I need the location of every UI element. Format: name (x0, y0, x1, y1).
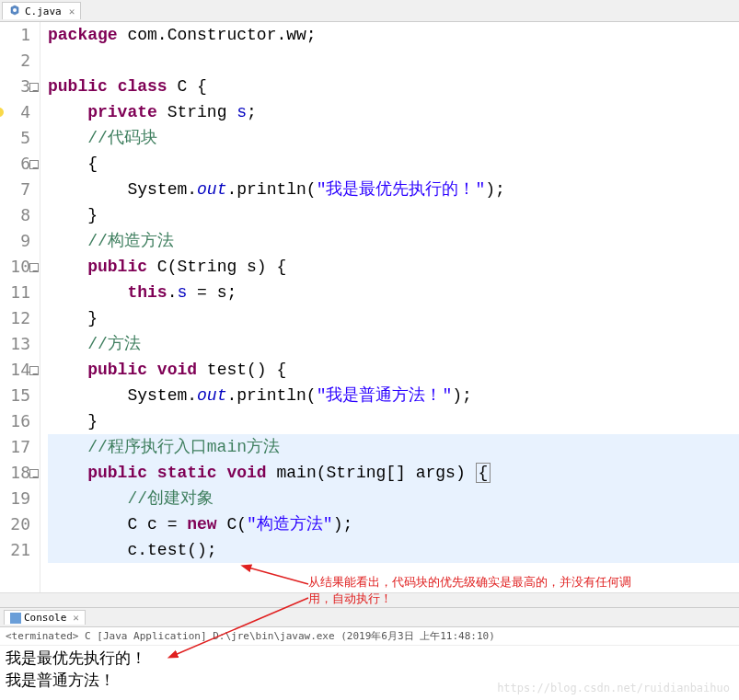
code-line: package com.Constructor.ww; (48, 22, 739, 48)
line-number: 7 (0, 177, 30, 202)
code-line: System.out.println("我是最优先执行的！"); (48, 177, 739, 202)
fold-toggle[interactable]: 6 (0, 151, 30, 177)
line-number: 21 (0, 537, 30, 563)
line-number: 11 (0, 280, 30, 305)
code-line (48, 48, 739, 74)
warning-marker[interactable]: 4 (0, 99, 30, 125)
console-tab-label: Console (24, 612, 66, 624)
code-content[interactable]: package com.Constructor.ww; public class… (40, 22, 739, 592)
code-line: public static void main(String[] args) { (48, 460, 739, 486)
line-number: 19 (0, 486, 30, 511)
line-number: 17 (0, 434, 30, 460)
console-line: 我是最优先执行的！ (6, 648, 733, 670)
code-line: //创建对象 (48, 486, 739, 511)
fold-toggle[interactable]: 14 (0, 357, 30, 383)
console-icon (10, 613, 21, 624)
bracket-match: { (476, 463, 491, 483)
code-line: //构造方法 (48, 228, 739, 254)
code-line: //方法 (48, 331, 739, 357)
code-line: public C(String s) { (48, 254, 739, 280)
console-tab[interactable]: Console ✕ (4, 610, 86, 625)
close-icon[interactable]: ✕ (69, 6, 75, 17)
close-icon[interactable]: ✕ (73, 612, 79, 624)
line-number: 20 (0, 511, 30, 537)
line-number: 12 (0, 305, 30, 331)
tab-filename: C.java (25, 6, 62, 17)
line-number: 2 (0, 48, 30, 74)
code-line: this.s = s; (48, 280, 739, 305)
fold-toggle[interactable]: 3 (0, 74, 30, 99)
code-line: } (48, 305, 739, 331)
code-line: } (48, 408, 739, 434)
fold-toggle[interactable]: 18 (0, 460, 30, 486)
code-line: public void test() { (48, 357, 739, 383)
code-line: //程序执行入口main方法 (48, 434, 739, 460)
line-number-gutter: 1 2 3 4 5 6 7 8 9 10 11 12 13 14 15 16 1… (0, 22, 40, 592)
code-line: c.test(); (48, 537, 739, 563)
editor-tab-cjava[interactable]: C.java ✕ (2, 2, 81, 19)
java-file-icon (8, 5, 21, 17)
code-line: //代码块 (48, 125, 739, 151)
line-number: 1 (0, 22, 30, 48)
fold-toggle[interactable]: 10 (0, 254, 30, 280)
code-line: private String s; (48, 99, 739, 125)
line-number: 8 (0, 202, 30, 228)
annotation-text: 从结果能看出，代码块的优先级确实是最高的，并没有任何调 用，自动执行！ (308, 574, 631, 607)
code-editor[interactable]: 1 2 3 4 5 6 7 8 9 10 11 12 13 14 15 16 1… (0, 22, 739, 592)
watermark: https://blog.csdn.net/ruidianbaihuo (497, 682, 730, 694)
code-line: System.out.println("我是普通方法！"); (48, 383, 739, 408)
line-number: 9 (0, 228, 30, 254)
line-number: 15 (0, 383, 30, 408)
svg-point-1 (13, 8, 17, 12)
code-line: public class C { (48, 74, 739, 99)
console-status: <terminated> C [Java Application] D:\jre… (0, 627, 739, 646)
code-line: C c = new C("构造方法"); (48, 511, 739, 537)
console-tab-bar: Console ✕ (0, 607, 739, 627)
code-line: { (48, 151, 739, 177)
code-line: } (48, 202, 739, 228)
line-number: 16 (0, 408, 30, 434)
line-number: 5 (0, 125, 30, 151)
editor-tab-bar: C.java ✕ (0, 0, 739, 22)
line-number: 13 (0, 331, 30, 357)
